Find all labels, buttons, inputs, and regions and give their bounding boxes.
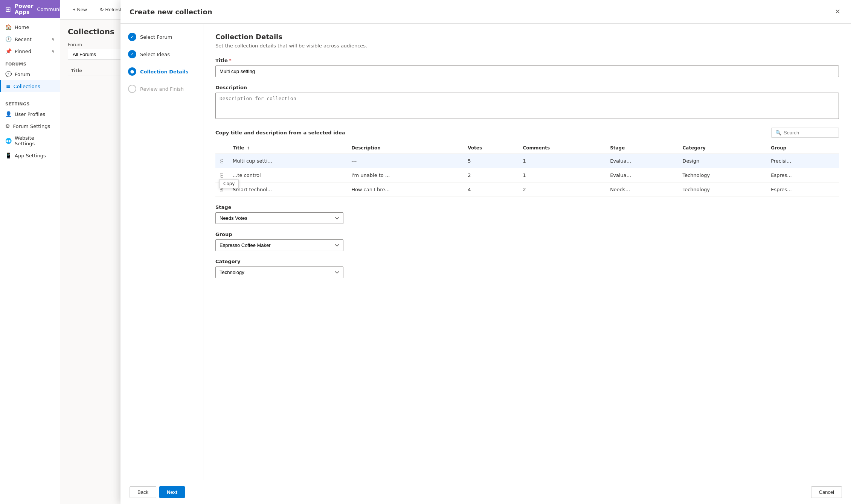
col-header-copy (215, 142, 229, 154)
sidebar-item-pinned[interactable]: 📌 Pinned ∨ (0, 45, 60, 57)
collections-label: Collections (14, 84, 40, 89)
sidebar-item-website-settings[interactable]: 🌐 Website Settings (0, 132, 60, 149)
user-icon: 👤 (5, 111, 12, 117)
group-select[interactable]: Espresso Coffee Maker Precision Brewer (215, 239, 343, 251)
user-profiles-label: User Profiles (15, 111, 45, 117)
idea-desc-3: How can I bre... (348, 183, 464, 197)
step-select-ideas: ✓ Select Ideas (128, 50, 195, 58)
title-form-group: Title * (215, 58, 839, 77)
idea-title-1: Multi cup setti... (229, 154, 348, 168)
sidebar-item-collections[interactable]: ≡ Collections (0, 80, 60, 92)
app-name: Power Apps (15, 3, 33, 15)
idea-votes-2: 2 (464, 168, 519, 183)
ideas-table: Title ↑ Description Votes Comments Stage… (215, 142, 839, 197)
idea-group-2: Espres... (767, 168, 839, 183)
forum-filter-select[interactable]: All Forums (68, 49, 128, 60)
idea-stage-2: Evalua... (606, 168, 679, 183)
recent-label: Recent (15, 37, 32, 42)
idea-comments-2: 1 (519, 168, 607, 183)
steps-panel: ✓ Select Forum ✓ Select Ideas ● Collecti… (120, 24, 203, 480)
step-label-forum: Select Forum (140, 34, 172, 40)
table-row: ⎘ Smart technol... How can I bre... 4 2 … (215, 183, 839, 197)
group-form-group: Group Espresso Coffee Maker Precision Br… (215, 231, 839, 251)
title-required-star: * (229, 58, 232, 63)
idea-category-1: Design (679, 154, 767, 168)
forum-settings-label: Forum Settings (13, 123, 50, 129)
collections-icon: ≡ (6, 83, 11, 89)
idea-group-1: Precisi... (767, 154, 839, 168)
home-icon: 🏠 (5, 24, 12, 30)
form-section-title: Collection Details (215, 33, 839, 41)
idea-comments-1: 1 (519, 154, 607, 168)
stage-select[interactable]: Needs Votes Under Review Evaluating (215, 212, 343, 224)
copy-section-label: Copy title and description from a select… (215, 130, 345, 136)
title-label: Title * (215, 58, 839, 63)
idea-stage-1: Evalua... (606, 154, 679, 168)
app-settings-icon: 📱 (5, 152, 12, 158)
modal-header: Create new collection ✕ (120, 0, 851, 24)
category-label: Category (215, 259, 839, 264)
col-header-description: Description (348, 142, 464, 154)
app-settings-label: App Settings (15, 153, 46, 158)
idea-stage-3: Needs... (606, 183, 679, 197)
col-header-votes: Votes (464, 142, 519, 154)
create-collection-modal: Create new collection ✕ ✓ Select Forum ✓… (120, 0, 851, 504)
recent-icon: 🕐 (5, 36, 12, 42)
group-label: Group (215, 231, 839, 237)
step-select-forum: ✓ Select Forum (128, 33, 195, 41)
sidebar-item-forum-settings[interactable]: ⚙ Forum Settings (0, 120, 60, 132)
sidebar-item-user-profiles[interactable]: 👤 User Profiles (0, 108, 60, 120)
sidebar-item-recent[interactable]: 🕐 Recent ∨ (0, 33, 60, 45)
modal-title: Create new collection (130, 8, 212, 16)
description-textarea[interactable] (215, 93, 839, 119)
pinned-chevron-icon: ∨ (52, 49, 55, 54)
idea-desc-2: I'm unable to ... (348, 168, 464, 183)
col-header-group: Group (767, 142, 839, 154)
title-input[interactable] (215, 65, 839, 77)
cancel-button[interactable]: Cancel (811, 486, 842, 498)
plus-icon: + (73, 7, 76, 12)
sidebar-item-app-settings[interactable]: 📱 App Settings (0, 149, 60, 161)
category-form-group: Category Technology Design General (215, 259, 839, 278)
step-circle-forum: ✓ (128, 33, 136, 41)
search-box: 🔍 (771, 128, 839, 138)
sidebar-header: ⊞ Power Apps Community (0, 0, 60, 18)
refresh-icon: ↻ (100, 7, 104, 12)
forum-label: Forum (15, 72, 30, 77)
app-grid-icon[interactable]: ⊞ (5, 5, 11, 13)
modal-body: ✓ Select Forum ✓ Select Ideas ● Collecti… (120, 24, 851, 480)
description-form-group: Description (215, 85, 839, 120)
table-row: ⎘ Multi cup setti... --- 5 1 Evalua... D… (215, 154, 839, 168)
sidebar-item-forum[interactable]: 💬 Forum (0, 68, 60, 80)
sidebar: ⊞ Power Apps Community 🏠 Home 🕐 Recent ∨… (0, 0, 60, 504)
forum-settings-icon: ⚙ (5, 123, 10, 129)
copy-button-2[interactable]: ⎘ (219, 171, 224, 179)
idea-comments-3: 2 (519, 183, 607, 197)
modal-footer: Back Next Cancel (120, 480, 851, 504)
back-button[interactable]: Back (130, 486, 156, 498)
step-review-finish: Review and Finish (128, 85, 195, 93)
stage-label: Stage (215, 204, 839, 210)
col-header-stage: Stage (606, 142, 679, 154)
col-header-category: Category (679, 142, 767, 154)
step-label-details: Collection Details (140, 69, 189, 75)
idea-desc-1: --- (348, 154, 464, 168)
modal-close-button[interactable]: ✕ (833, 6, 842, 17)
recent-chevron-icon: ∨ (52, 37, 55, 42)
refresh-label: Refresh (105, 7, 123, 12)
description-label: Description (215, 85, 839, 90)
next-button[interactable]: Next (159, 486, 185, 498)
search-icon: 🔍 (775, 130, 781, 136)
copy-button-1[interactable]: ⎘ (219, 157, 224, 165)
table-row: ⎘ Copy ...te control I'm unable to ... 2… (215, 168, 839, 183)
idea-category-3: Technology (679, 183, 767, 197)
search-input[interactable] (784, 130, 835, 136)
idea-category-2: Technology (679, 168, 767, 183)
new-button[interactable]: + New (68, 4, 92, 15)
table-header-row: Title ↑ Description Votes Comments Stage… (215, 142, 839, 154)
idea-votes-3: 4 (464, 183, 519, 197)
forum-icon: 💬 (5, 71, 12, 77)
category-select[interactable]: Technology Design General (215, 266, 343, 278)
sidebar-item-home[interactable]: 🏠 Home (0, 21, 60, 33)
copy-cell-2: ⎘ Copy (215, 168, 229, 183)
